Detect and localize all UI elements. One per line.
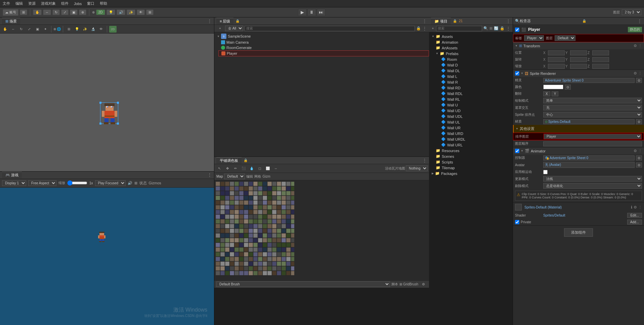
rotate-tool[interactable]: ↻ <box>17 26 25 33</box>
controller-picker-btn[interactable]: ⊙ <box>636 155 642 160</box>
display-select[interactable]: Display 1 <box>2 180 26 186</box>
status-label[interactable]: 状态 <box>139 181 147 186</box>
artassets-folder[interactable]: 📁 ArtAssets <box>429 45 513 51</box>
add-project-btn[interactable]: + <box>431 25 435 32</box>
hand-tool[interactable]: ✋ <box>1 26 9 33</box>
mask-select[interactable]: 无 <box>543 105 642 110</box>
apply-root-checkbox[interactable] <box>543 170 548 174</box>
transform-tool-btn[interactable]: ⊕ <box>79 9 86 15</box>
assets-folder[interactable]: ▼ 📁 Assets <box>429 34 513 39</box>
animator-settings[interactable]: ⚙ <box>634 149 637 153</box>
draw-mode-select[interactable]: 简单 <box>543 98 642 103</box>
2d-btn[interactable]: 2D <box>96 9 105 15</box>
lighting-btn[interactable]: 💡 <box>106 9 115 15</box>
avatar-field[interactable]: 无 (Avatar) <box>543 162 635 168</box>
project-tab[interactable]: 📁 项目 <box>431 18 451 25</box>
add-btn[interactable]: Add... <box>627 220 642 225</box>
wall-r-prefab[interactable]: 🔷 Wall R <box>429 79 513 85</box>
gizm-label[interactable]: Gizm <box>262 175 270 178</box>
resources-folder[interactable]: 📁 Resources <box>429 148 513 153</box>
grid-snap-btn[interactable]: ⊞ <box>65 26 73 33</box>
sprite-sort-select[interactable]: 中心 <box>543 112 642 118</box>
controller-field[interactable]: 🎭 Adventurer Sprite Sheet 0 <box>543 155 635 160</box>
material-picker-btn[interactable]: ⊙ <box>636 119 642 124</box>
brush-settings-btn[interactable]: ⚙ <box>420 281 427 288</box>
wall-ul-prefab[interactable]: 🔷 Wall UL <box>429 119 513 125</box>
scene-panel-menu[interactable]: ⋮ <box>207 18 212 24</box>
pos-x-input[interactable]: 0 <box>548 50 565 55</box>
scale-y-input[interactable]: 1 <box>570 64 587 69</box>
sprite-picker-btn[interactable]: ⊙ <box>636 78 642 83</box>
move-tool[interactable]: ↔ <box>9 26 17 33</box>
scene-canvas[interactable] <box>0 34 214 171</box>
rect-tool-btn[interactable]: ▣ <box>70 9 78 15</box>
hier-panel-menu[interactable]: ⋮ <box>422 26 427 31</box>
gizmos-label[interactable]: Gizmos <box>149 181 161 185</box>
all-select[interactable]: 全 All <box>225 26 243 31</box>
scenes-folder[interactable]: 📁 Scenes <box>429 153 513 159</box>
sprite-renderer-settings[interactable]: ⚙ <box>634 71 637 76</box>
rot-x-input[interactable]: 0 <box>548 57 565 62</box>
tile-select-btn[interactable]: ↖ <box>216 165 223 172</box>
layers-select[interactable]: 2 by 3 <box>622 9 641 15</box>
menu-component[interactable]: 组件 <box>61 1 69 6</box>
grid-btn[interactable]: ⊞ <box>146 9 154 15</box>
add-component-btn[interactable]: 添加组件 <box>564 228 593 237</box>
sprite-field[interactable]: Adventurer Sprite Sheet 0 <box>543 78 635 83</box>
animator-checkbox[interactable] <box>515 149 519 153</box>
transform-header[interactable]: ▼ ⊞ Transform ⚙ ⋮ <box>513 42 644 49</box>
sprite-renderer-more[interactable]: ⋮ <box>638 71 642 76</box>
transform-more[interactable]: ⋮ <box>638 44 642 48</box>
transform-settings[interactable]: ⚙ <box>634 44 637 48</box>
player-item[interactable]: Player <box>218 50 429 56</box>
sprite-renderer-header[interactable]: ▼ 🖼 Sprite Renderer ⚙ ⋮ <box>513 70 644 77</box>
grid-label[interactable]: 网格 <box>254 174 261 179</box>
pos-z-input[interactable]: 0 <box>592 50 609 55</box>
hier-lock[interactable]: 🔒 <box>416 26 421 31</box>
update-mode-select[interactable]: 法线 <box>543 176 642 182</box>
move-tool-btn[interactable]: ✋ <box>33 9 42 15</box>
scripts-folder[interactable]: 📁 Scripts <box>429 159 513 165</box>
hierarchy-search[interactable] <box>245 26 415 31</box>
inspector-lock[interactable]: 🔒 <box>582 19 586 23</box>
audio-icon[interactable]: 🔊 <box>128 181 132 185</box>
menu-assets[interactable]: 资源 <box>28 1 36 6</box>
private-checkbox[interactable] <box>515 220 519 224</box>
rect-tool[interactable]: ▣ <box>34 26 41 33</box>
pause-button[interactable]: ⏸ <box>307 9 316 16</box>
project-menu[interactable]: ⋮ <box>506 18 511 24</box>
effects-btn[interactable]: ✨ <box>127 9 135 15</box>
menu-edit[interactable]: 编辑 <box>15 1 23 6</box>
game-canvas[interactable]: 激活 Windows 转到"设置"以激活Windows.CSDN @向宇it <box>0 188 214 325</box>
tile-erase-btn[interactable]: ◻ <box>256 165 263 172</box>
wall-udl-prefab[interactable]: 🔷 Wall UDL <box>429 113 513 119</box>
hierarchy-tab[interactable]: ≡ 层级 <box>216 18 233 25</box>
inspector-menu[interactable]: ⋮ <box>637 18 642 24</box>
prefabs-folder[interactable]: ▼ 📁 Prefabs <box>429 51 513 56</box>
handle-br[interactable] <box>117 123 119 125</box>
tile-eyedrop-btn[interactable]: 💧 <box>248 165 255 172</box>
sprites-default-info[interactable]: ℹ <box>631 205 632 210</box>
static-label[interactable]: 静态的 <box>628 27 642 32</box>
handle-tl[interactable] <box>99 102 101 104</box>
rot-z-input[interactable]: 0 <box>592 57 609 62</box>
wall-l-prefab[interactable]: 🔷 Wall L <box>429 74 513 79</box>
scale-z-input[interactable]: 1 <box>592 64 609 69</box>
project-lock[interactable]: 🔒 <box>453 19 457 23</box>
wall-ud-prefab[interactable]: 🔷 Wall UD <box>429 108 513 113</box>
tile-fill-btn[interactable]: ⬛ <box>240 165 247 172</box>
game-tab[interactable]: 🎮 游戏 <box>2 172 22 178</box>
animator-more[interactable]: ⋮ <box>638 149 642 153</box>
sprites-default-more[interactable]: ⋮ <box>638 205 642 210</box>
menu-file[interactable]: 文件 <box>3 1 10 6</box>
step-button[interactable]: ⏭ <box>317 9 326 16</box>
wall-dl-prefab[interactable]: 🔷 Wall DL <box>429 68 513 74</box>
wall-rd-prefab[interactable]: 🔷 Wall RD <box>429 85 513 91</box>
hierarchy-lock[interactable]: 🔒 <box>235 19 240 23</box>
hand-tool-btn[interactable]: ↔ <box>43 9 51 15</box>
tile-paint-btn[interactable]: ✏ <box>232 165 239 172</box>
sprite-renderer-checkbox[interactable] <box>515 71 519 76</box>
map-dropdown[interactable]: Default <box>224 174 245 179</box>
wall-d-prefab[interactable]: 🔷 Wall D <box>429 62 513 68</box>
other-settings-header[interactable]: ▼ 其他设置 <box>513 125 644 133</box>
